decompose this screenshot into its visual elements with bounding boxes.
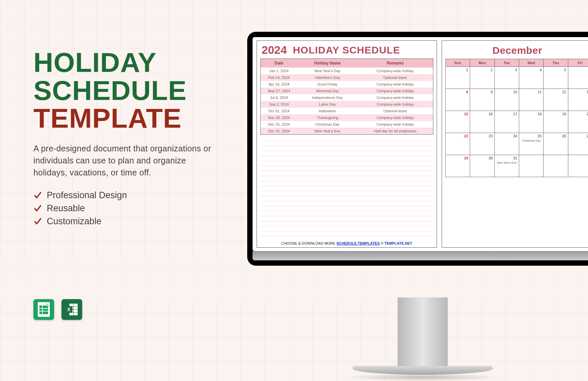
calendar-cell: 16 [470, 111, 494, 133]
day-number: 2 [491, 68, 493, 72]
day-number: 25 [538, 134, 542, 138]
calendar-cell: 12 [544, 89, 568, 111]
cell-remarks: Half-day for all employees [357, 128, 433, 134]
calendar-row: 22232425Christmas Day2627 [446, 133, 588, 155]
table-row: Sep 2, 2024Labor DayCompany-wide holiday [261, 101, 433, 108]
calendar-cell: 11 [519, 89, 544, 111]
cell-holiday: Labor Day [297, 101, 357, 108]
day-number: 16 [488, 112, 492, 116]
day-number: 17 [513, 112, 517, 116]
feature-label: Customizable [47, 216, 102, 227]
calendar-cell: 13 [568, 89, 588, 111]
feature-item: Customizable [33, 216, 220, 227]
day-number: 24 [513, 134, 517, 138]
calendar-cell: 26 [544, 133, 568, 155]
table-row: Apr 10, 2024Good FridayCompany-wide holi… [261, 81, 433, 88]
monitor-screen: 2024 HOLIDAY SCHEDULE Date Holiday Name … [253, 37, 588, 251]
day-number: 27 [587, 134, 588, 138]
day-label: Sun [446, 59, 470, 67]
day-number: 20 [587, 112, 588, 116]
col-holiday: Holiday Name [297, 59, 357, 68]
day-number: 8 [466, 90, 468, 94]
excel-icon: X [61, 299, 82, 320]
feature-list: Professional Design Reusable Customizabl… [33, 190, 220, 227]
calendar-row: 123456 [446, 67, 588, 89]
cell-remarks: Company-wide holiday [357, 68, 433, 74]
day-label: Tue [495, 59, 519, 67]
cell-date: Nov 28, 2024 [261, 114, 297, 121]
footer-suffix: © [380, 241, 384, 245]
check-icon [33, 191, 42, 200]
calendar-cell: 10 [495, 89, 519, 111]
day-number: 29 [464, 156, 468, 160]
table-row: Oct 31, 2024HalloweenOptional leave [261, 108, 433, 114]
cell-date: Oct 31, 2024 [261, 108, 297, 114]
col-remarks: Remarks [357, 59, 433, 68]
calendar-cell: 8 [446, 89, 470, 111]
headline-block: HOLIDAY SCHEDULE TEMPLATE A pre-designed… [33, 48, 220, 229]
footer-site[interactable]: TEMPLATE.NET [385, 241, 413, 245]
cell-date: May 27, 2024 [261, 88, 297, 94]
day-number: 3 [515, 68, 517, 72]
table-row: May 27, 2024Memorial DayCompany-wide hol… [261, 88, 433, 94]
calendar-cell: 6 [568, 67, 588, 89]
day-number: 31 [513, 156, 517, 160]
ruled-lines [260, 136, 433, 237]
calendar-cell: 27 [568, 133, 588, 155]
cell-date: Feb 14, 2024 [261, 74, 297, 81]
schedule-table: Date Holiday Name Remarks Jan 1, 2024New… [260, 58, 433, 135]
calendar-cell [568, 155, 588, 177]
table-header: Date Holiday Name Remarks [261, 59, 433, 68]
title-line-1: HOLIDAY [33, 48, 220, 77]
day-number: 22 [464, 134, 468, 138]
schedule-heading: HOLIDAY SCHEDULE [293, 44, 400, 56]
feature-item: Professional Design [33, 190, 220, 201]
svg-text:X: X [67, 307, 70, 312]
calendar-cell: 4 [519, 67, 544, 89]
monitor-mockup: 2024 HOLIDAY SCHEDULE Date Holiday Name … [247, 32, 588, 266]
title-line-2: SCHEDULE [33, 77, 220, 105]
calendar-cell [544, 155, 568, 177]
monitor-stand-neck [398, 297, 448, 371]
calendar-month: December [442, 41, 588, 59]
cell-date: Sep 2, 2024 [261, 101, 297, 108]
calendar-row: 151617181920 [446, 111, 588, 133]
day-label: Mon [470, 59, 494, 67]
table-body: Jan 1, 2024New Year's DayCompany-wide ho… [261, 68, 433, 134]
table-row: Feb 14, 2024Valentine's DayOptional leav… [261, 74, 433, 81]
cell-holiday: Independence Day [297, 94, 357, 101]
footer-prefix: CHOOSE & DOWNLOAD MORE [281, 241, 336, 245]
day-note: New Year's Eve [495, 161, 518, 164]
calendar-cell: 1 [446, 67, 470, 89]
day-label: Fri [568, 59, 588, 67]
cell-holiday: Memorial Day [297, 88, 357, 94]
cell-remarks: Company-wide holiday [357, 101, 433, 108]
cell-holiday: Valentine's Day [297, 74, 357, 81]
cell-holiday: Halloween [297, 108, 357, 114]
cell-holiday: Christmas Day [297, 121, 357, 128]
calendar-cell: 18 [519, 111, 544, 133]
footer-link[interactable]: SCHEDULE TEMPLATES [336, 241, 380, 245]
day-number: 23 [488, 134, 492, 138]
feature-item: Reusable [33, 203, 220, 214]
calendar-row: 293031New Year's Eve [446, 155, 588, 177]
cell-remarks: Company-wide holiday [357, 94, 433, 101]
google-sheets-icon [33, 299, 54, 320]
calendar-cell: 5 [544, 67, 568, 89]
cell-remarks: Company-wide holiday [357, 114, 433, 121]
day-label: Thu [544, 59, 568, 67]
calendar-cell: 30 [470, 155, 494, 177]
day-number: 1 [466, 68, 468, 72]
feature-label: Professional Design [47, 190, 127, 201]
table-row: Dec 25, 2024Christmas DayCompany-wide ho… [261, 121, 433, 128]
table-row: Jul 4, 2024Independence DayCompany-wide … [261, 94, 433, 101]
schedule-sheet: 2024 HOLIDAY SCHEDULE Date Holiday Name … [257, 40, 437, 248]
calendar-cell: 31New Year's Eve [495, 155, 519, 177]
calendar-cell: 17 [495, 111, 519, 133]
calendar-cell [519, 155, 544, 177]
day-label: Wed [519, 59, 544, 67]
calendar-cell: 24 [495, 133, 519, 155]
col-date: Date [261, 59, 297, 68]
calendar-cell: 3 [495, 67, 519, 89]
cell-remarks: Company-wide holiday [357, 88, 433, 94]
